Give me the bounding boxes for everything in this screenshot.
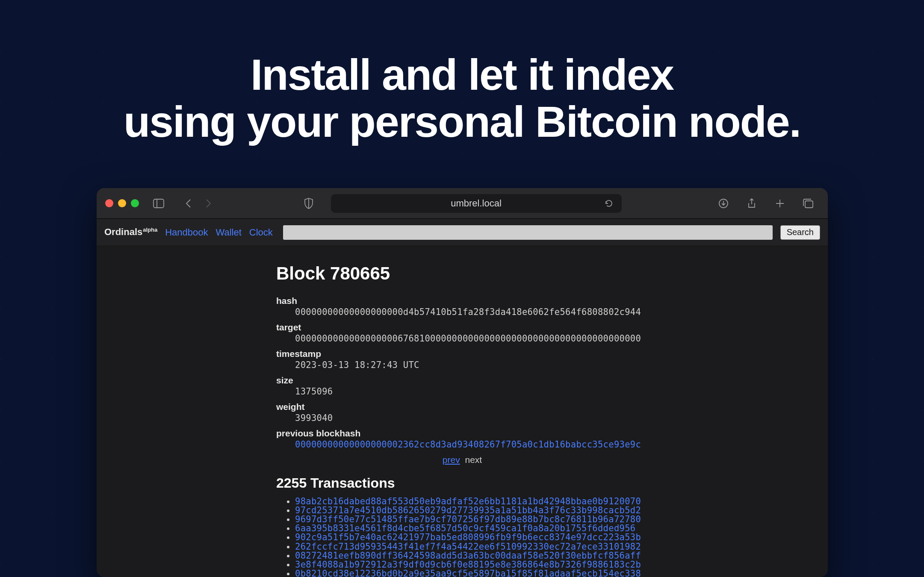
- search-input[interactable]: [283, 225, 773, 240]
- field-value-hash: 00000000000000000000d4b57410b51fa28f3da4…: [295, 307, 648, 317]
- transaction-item: 9697d3ff50e77c51485ffae7b9cf707256f97db8…: [295, 515, 648, 524]
- block-details: hash 00000000000000000000d4b57410b51fa28…: [276, 296, 648, 450]
- field-value-prevhash: 00000000000000000002362cc8d3ad93408267f7…: [295, 439, 648, 450]
- transaction-item: 08272481eefb890dff36424598add5d3a63bc00d…: [295, 551, 648, 560]
- prev-link[interactable]: prev: [443, 455, 460, 465]
- field-label-prevhash: previous blockhash: [276, 428, 648, 439]
- address-bar-text: umbrel.local: [451, 198, 502, 209]
- transaction-list: 98ab2cb16dabed88af553d50eb9adfaf52e6bb11…: [276, 497, 648, 577]
- sidebar-toggle-icon[interactable]: [151, 196, 166, 211]
- transaction-item: 262fccfc713d95935443f41ef7f4a54422ee6f51…: [295, 542, 648, 551]
- field-value-target: 0000000000000000000676810000000000000000…: [295, 333, 648, 344]
- svg-rect-8: [805, 201, 813, 208]
- browser-window: umbrel.local Ordinalsalpha Handbook: [97, 188, 828, 577]
- transaction-item: 97cd25371a7e4510db5862650279d27739935a1a…: [295, 506, 648, 515]
- brand-text: Ordinals: [104, 227, 142, 238]
- field-label-timestamp: timestamp: [276, 349, 648, 359]
- field-label-weight: weight: [276, 402, 648, 412]
- nav-forward-icon[interactable]: [201, 196, 216, 211]
- transaction-item: 3e8f4088a1b972912a3f9df0d9cb6f0e88195e8e…: [295, 560, 648, 569]
- field-value-weight: 3993040: [295, 413, 648, 423]
- field-label-target: target: [276, 322, 648, 333]
- next-link-disabled: next: [465, 455, 482, 465]
- field-label-size: size: [276, 375, 648, 386]
- address-bar[interactable]: umbrel.local: [331, 194, 622, 213]
- window-maximize-button[interactable]: [131, 199, 139, 207]
- field-value-timestamp: 2023-03-13 18:27:43 UTC: [295, 360, 648, 370]
- transaction-item: 0b8210cd38e12236bd0b2a9e35aa9cf5e5897ba1…: [295, 569, 648, 577]
- brand-logo[interactable]: Ordinalsalpha: [104, 227, 157, 238]
- app-navbar: Ordinalsalpha Handbook Wallet Clock Sear…: [97, 219, 828, 246]
- window-close-button[interactable]: [105, 199, 113, 207]
- share-icon[interactable]: [744, 196, 759, 211]
- svg-rect-0: [154, 199, 164, 208]
- reload-icon[interactable]: [601, 196, 617, 211]
- headline-line1: Install and let it index: [0, 51, 924, 98]
- window-minimize-button[interactable]: [118, 199, 126, 207]
- tab-overview-icon[interactable]: [800, 196, 816, 211]
- transaction-item: 98ab2cb16dabed88af553d50eb9adfaf52e6bb11…: [295, 497, 648, 506]
- brand-sup: alpha: [143, 227, 157, 233]
- browser-titlebar: umbrel.local: [97, 188, 828, 219]
- pagination: prev next: [276, 455, 648, 465]
- headline-line2: using your personal Bitcoin node.: [0, 98, 924, 145]
- nav-link-wallet[interactable]: Wallet: [216, 227, 242, 238]
- page-title: Block 780665: [276, 263, 648, 284]
- page-content: Block 780665 hash 00000000000000000000d4…: [97, 246, 828, 577]
- transaction-item: 902c9a51f5b7e40ac62421977bab5ed808996fb9…: [295, 533, 648, 542]
- traffic-lights: [105, 199, 139, 207]
- transactions-heading: 2255 Transactions: [276, 475, 648, 491]
- search-button[interactable]: Search: [780, 225, 820, 240]
- transaction-link[interactable]: 0b8210cd38e12236bd0b2a9e35aa9cf5e5897ba1…: [295, 568, 641, 577]
- nav-back-icon[interactable]: [181, 196, 196, 211]
- transaction-item: 6aa395b8331e4561f8d4cbe5f6857d50c9cf459c…: [295, 524, 648, 533]
- new-tab-icon[interactable]: [772, 196, 788, 211]
- downloads-icon[interactable]: [716, 196, 731, 211]
- field-value-size: 1375096: [295, 386, 648, 397]
- field-label-hash: hash: [276, 296, 648, 306]
- nav-link-handbook[interactable]: Handbook: [165, 227, 208, 238]
- prev-block-link[interactable]: 00000000000000000002362cc8d3ad93408267f7…: [295, 439, 641, 450]
- privacy-shield-icon[interactable]: [301, 196, 316, 211]
- nav-link-clock[interactable]: Clock: [249, 227, 273, 238]
- marketing-headline: Install and let it index using your pers…: [0, 0, 924, 145]
